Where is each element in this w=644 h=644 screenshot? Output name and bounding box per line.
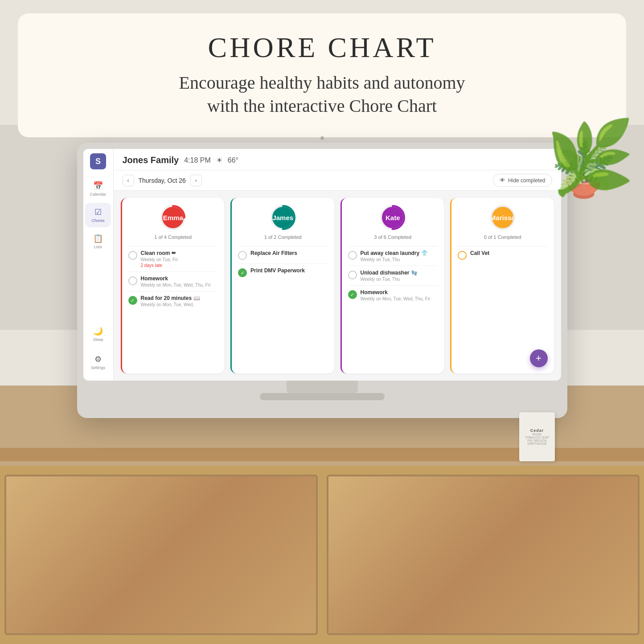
chores-area: Emma 1 of 4 Completed Clean room ✏ Weekl…	[114, 191, 561, 381]
emma-progress-ring	[160, 204, 186, 231]
header-time: 4:18 PM	[184, 156, 211, 164]
chore-schedule: Weekly on Tue, Thu	[361, 257, 438, 262]
chore-checkbox-done[interactable]: ✓	[348, 290, 357, 299]
chore-schedule: Weekly on Mon, Tue, Wed, Thu, Fri	[361, 296, 438, 301]
family-name: Jones Family	[123, 155, 179, 165]
hide-completed-button[interactable]: 👁 Hide completed	[493, 174, 552, 187]
kate-avatar-ring: Kate	[379, 204, 406, 231]
chores-icon: ☑	[94, 207, 102, 217]
chore-info: Homework Weekly on Mon, Tue, Wed, Thu, F…	[361, 289, 438, 301]
james-progress-ring	[270, 204, 296, 231]
chore-item: Replace Air Filters	[238, 246, 328, 263]
chore-item: ✓ Homework Weekly on Mon, Tue, Wed, Thu,…	[348, 285, 438, 305]
banner-subtitle-line2: with the interactive Chore Chart	[207, 96, 437, 116]
chore-item: Put away clean laundry 👕 Weekly on Tue, …	[348, 246, 438, 266]
chore-name: Replace Air Filters	[250, 250, 328, 256]
kate-card-header: Kate 3 of 6 Completed	[348, 204, 438, 240]
chore-schedule: Weekly on Tue, Thu	[361, 277, 438, 282]
chore-item: Unload dishwasher 🧤 Weekly on Tue, Thu	[348, 266, 438, 285]
kate-completed-label: 3 of 6 Completed	[374, 234, 411, 240]
candle-brand: Cedar	[530, 428, 544, 433]
chore-checkbox[interactable]	[348, 271, 357, 279]
add-chore-button[interactable]: +	[530, 349, 548, 367]
next-date-button[interactable]: ›	[190, 175, 202, 186]
chore-checkbox[interactable]	[128, 251, 137, 260]
lists-icon: 📋	[93, 234, 103, 243]
banner-subtitle-line1: Encourage healthy habits and autonomy	[179, 73, 465, 93]
chore-info: Put away clean laundry 👕 Weekly on Tue, …	[361, 250, 438, 262]
marissa-card: Marissa 0 of 1 Completed Call Vet	[450, 198, 554, 373]
sidebar-item-calendar[interactable]: 📅 Calendar	[85, 176, 111, 201]
dresser-panel-left	[4, 475, 318, 635]
candle-text-3: FIG SEEUCA	[528, 439, 546, 442]
chore-checkbox[interactable]	[238, 251, 247, 260]
main-content: Jones Family 4:18 PM ☀ 66° ‹ Thursday, O…	[114, 149, 561, 381]
banner-title: CHORE CHART	[45, 31, 599, 64]
sidebar-label-chores: Chores	[91, 218, 104, 223]
kate-card: Kate 3 of 6 Completed Put away clean lau…	[340, 198, 444, 373]
monitor-scene: S 📅 Calendar ☑ Chores 📋 Lists	[77, 143, 567, 418]
sidebar: S 📅 Calendar ☑ Chores 📋 Lists	[83, 149, 114, 381]
chore-name: Read for 20 minutes 📖	[141, 295, 218, 301]
sidebar-item-settings[interactable]: ⚙ Settings	[85, 350, 111, 374]
sidebar-label-sleep: Sleep	[93, 337, 103, 342]
header-left: Jones Family 4:18 PM ☀ 66°	[123, 155, 239, 165]
prev-date-button[interactable]: ‹	[123, 175, 134, 186]
sidebar-label-calendar: Calendar	[90, 192, 107, 197]
james-card: James 1 of 2 Completed Replace Air Filte…	[230, 198, 334, 373]
nav-bar: ‹ Thursday, Oct 26 › 👁 Hide completed	[114, 170, 561, 191]
monitor-base	[260, 393, 385, 400]
date-label: Thursday, Oct 26	[139, 177, 186, 184]
hide-completed-label: Hide completed	[508, 177, 545, 184]
camera-dot	[320, 136, 324, 140]
emma-completed-label: 1 of 4 Completed	[154, 234, 192, 240]
chore-item: Call Vet	[458, 246, 548, 263]
chore-checkbox[interactable]	[128, 276, 137, 285]
emma-avatar-ring: Emma	[160, 204, 186, 231]
marissa-card-header: Marissa 0 of 1 Completed	[458, 204, 548, 240]
james-avatar-ring: James	[270, 204, 296, 231]
app-header: Jones Family 4:18 PM ☀ 66°	[114, 149, 561, 170]
sidebar-label-settings: Settings	[91, 365, 106, 370]
chore-info: Replace Air Filters	[250, 250, 328, 256]
chore-schedule: Weekly on Mon, Tue, Wed,	[141, 302, 218, 307]
chore-item: Clean room ✏ Weekly on Tue, Fri 2 days l…	[128, 246, 218, 271]
chore-info: Print DMV Paperwork	[250, 267, 328, 274]
chore-name: Unload dishwasher 🧤	[361, 270, 438, 276]
calendar-icon: 📅	[93, 181, 103, 191]
chore-checkbox[interactable]	[458, 251, 467, 260]
kate-progress-ring	[379, 204, 406, 231]
chore-schedule: Weekly on Tue, Fri	[141, 257, 218, 262]
sidebar-item-lists[interactable]: 📋 Lists	[85, 229, 111, 254]
weather-icon: ☀	[216, 156, 222, 164]
date-navigation: ‹ Thursday, Oct 26 ›	[123, 175, 202, 186]
sidebar-label-lists: Lists	[94, 245, 103, 249]
candle-text-1: ROSA	[533, 433, 541, 436]
chore-name: Clean room ✏	[141, 250, 218, 256]
settings-icon: ⚙	[94, 354, 102, 364]
chore-checkbox[interactable]	[348, 251, 357, 260]
james-card-header: James 1 of 2 Completed	[238, 204, 328, 240]
candle-box: Cedar ROSA TOBACCO LEAF FIG SEEUCA DRIFT…	[519, 412, 555, 461]
chore-name: Call Vet	[470, 250, 548, 256]
top-banner: CHORE CHART Encourage healthy habits and…	[18, 13, 626, 137]
sidebar-brand: S	[90, 153, 106, 169]
sidebar-item-chores[interactable]: ☑ Chores	[85, 203, 111, 227]
dresser	[0, 466, 644, 644]
chore-name: Homework	[361, 289, 438, 295]
chore-name: Homework	[141, 275, 218, 282]
chore-info: Call Vet	[470, 250, 548, 256]
candle-decoration: Cedar ROSA TOBACCO LEAF FIG SEEUCA DRIFT…	[519, 412, 555, 461]
chore-item: ✓ Print DMV Paperwork	[238, 263, 328, 281]
chore-checkbox-done[interactable]: ✓	[238, 268, 247, 277]
sidebar-item-sleep[interactable]: 🌙 Sleep	[85, 322, 111, 346]
chore-info: Clean room ✏ Weekly on Tue, Fri 2 days l…	[141, 250, 218, 268]
sleep-icon: 🌙	[93, 326, 103, 336]
chore-late: 2 days late	[141, 263, 218, 268]
monitor-bezel: S 📅 Calendar ☑ Chores 📋 Lists	[83, 149, 561, 381]
candle-text-2: TOBACCO LEAF	[525, 436, 549, 439]
emma-card-header: Emma 1 of 4 Completed	[128, 204, 218, 240]
chore-checkbox-done[interactable]: ✓	[128, 296, 137, 305]
svg-point-6	[491, 206, 514, 229]
monitor-stand	[287, 381, 358, 393]
